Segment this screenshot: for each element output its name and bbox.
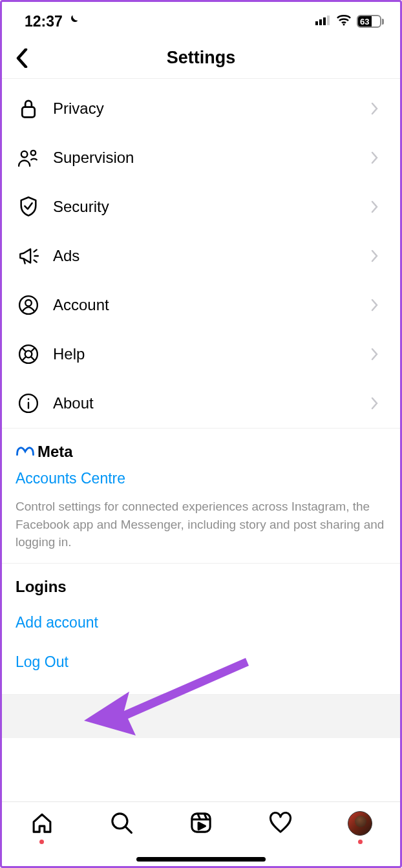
settings-item-label: Account	[41, 296, 371, 314]
nav-header: Settings	[0, 37, 402, 79]
svg-point-6	[21, 151, 28, 158]
lifebuoy-icon	[16, 341, 41, 367]
chevron-right-icon	[371, 397, 386, 410]
meta-description: Control settings for connected experienc…	[16, 498, 386, 551]
info-icon	[16, 390, 41, 416]
tab-activity[interactable]	[262, 811, 299, 837]
tab-search[interactable]	[103, 811, 140, 837]
back-button[interactable]	[9, 45, 35, 71]
log-out-button[interactable]: Log Out	[16, 653, 386, 671]
chevron-right-icon	[371, 102, 386, 115]
reels-icon	[189, 811, 213, 837]
settings-item-security[interactable]: Security	[0, 182, 402, 231]
svg-line-17	[22, 357, 25, 360]
svg-rect-0	[315, 21, 318, 25]
chevron-right-icon	[371, 348, 386, 361]
dnd-moon-icon	[67, 13, 79, 30]
search-icon	[110, 811, 133, 837]
svg-rect-1	[319, 19, 322, 25]
heart-icon	[269, 811, 292, 837]
svg-point-12	[25, 300, 32, 306]
settings-item-label: About	[41, 394, 371, 412]
tab-profile[interactable]	[342, 811, 378, 836]
chevron-right-icon	[371, 249, 386, 262]
meta-section: Meta Accounts Centre Control settings fo…	[0, 428, 402, 564]
svg-point-20	[28, 398, 30, 400]
settings-item-privacy[interactable]: Privacy	[0, 84, 402, 133]
home-indicator	[136, 857, 266, 862]
battery-icon: 63	[357, 15, 384, 28]
battery-percent: 63	[358, 17, 369, 26]
svg-point-4	[343, 24, 345, 26]
settings-item-label: Supervision	[41, 149, 371, 167]
svg-line-10	[34, 260, 37, 262]
status-time: 12:37	[25, 13, 79, 30]
lock-icon	[16, 96, 41, 122]
settings-item-label: Ads	[41, 247, 371, 265]
wifi-icon	[336, 14, 352, 28]
svg-point-7	[31, 151, 36, 155]
cellular-signal-icon	[315, 15, 331, 28]
time-value: 12:37	[25, 13, 63, 30]
meta-logo-icon	[16, 443, 35, 461]
tab-bar	[2, 801, 400, 866]
settings-item-about[interactable]: About	[0, 379, 402, 428]
svg-marker-29	[198, 823, 205, 829]
meta-brand: Meta	[16, 443, 386, 461]
footer-gap	[0, 694, 402, 738]
svg-rect-3	[327, 16, 330, 25]
status-bar: 12:37 63	[0, 0, 402, 37]
shield-icon	[16, 194, 41, 220]
settings-item-label: Help	[41, 345, 371, 363]
svg-line-15	[22, 348, 25, 351]
home-icon	[30, 811, 54, 837]
chevron-right-icon	[371, 200, 386, 213]
account-icon	[16, 292, 41, 318]
settings-item-label: Security	[41, 198, 371, 216]
svg-point-14	[25, 351, 32, 358]
svg-rect-5	[22, 107, 34, 118]
megaphone-icon	[16, 243, 41, 269]
logins-heading: Logins	[16, 578, 386, 596]
svg-line-8	[34, 249, 37, 251]
settings-item-help[interactable]: Help	[0, 330, 402, 379]
tab-home[interactable]	[24, 811, 60, 837]
tab-reels[interactable]	[183, 811, 219, 837]
accounts-centre-link[interactable]: Accounts Centre	[16, 470, 386, 487]
meta-brand-text: Meta	[37, 443, 73, 461]
svg-rect-2	[323, 17, 326, 25]
chevron-right-icon	[371, 299, 386, 312]
settings-item-supervision[interactable]: Supervision	[0, 133, 402, 182]
page-title: Settings	[167, 48, 236, 68]
profile-avatar	[348, 811, 372, 836]
svg-line-18	[31, 357, 34, 360]
notification-dot	[39, 840, 44, 844]
supervision-icon	[16, 145, 41, 171]
chevron-right-icon	[371, 151, 386, 164]
status-indicators: 63	[315, 14, 384, 28]
settings-item-label: Privacy	[41, 100, 371, 118]
settings-item-account[interactable]: Account	[0, 281, 402, 330]
add-account-button[interactable]: Add account	[16, 614, 386, 631]
logins-section: Logins Add account Log Out	[0, 564, 402, 679]
svg-point-13	[19, 345, 37, 363]
notification-dot	[358, 840, 363, 844]
settings-item-ads[interactable]: Ads	[0, 231, 402, 281]
settings-list: Privacy Supervision Security Ads	[0, 79, 402, 428]
svg-line-16	[31, 348, 34, 351]
svg-line-24	[125, 827, 131, 832]
